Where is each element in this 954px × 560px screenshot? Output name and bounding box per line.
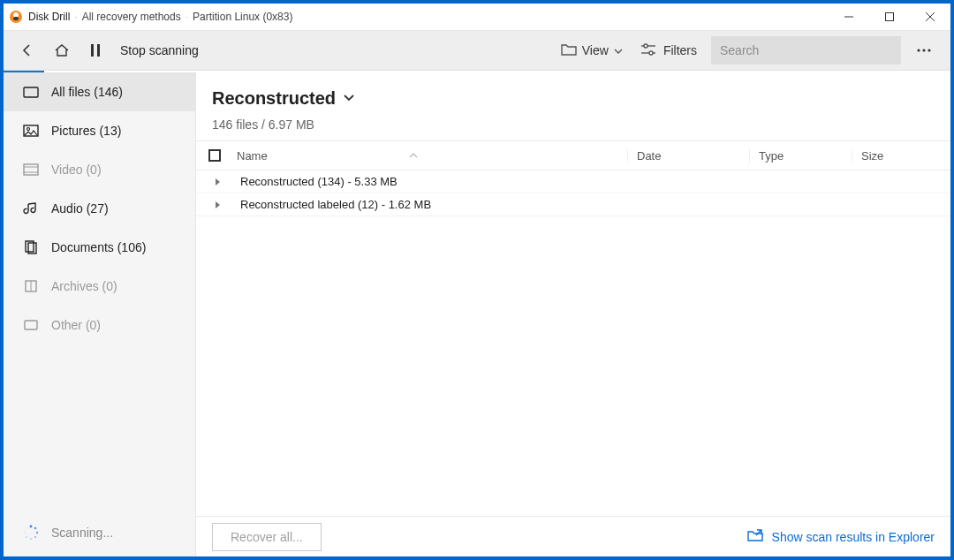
folder-view-icon <box>561 42 577 59</box>
view-dropdown[interactable]: View <box>552 30 632 71</box>
svg-rect-8 <box>97 44 100 57</box>
scan-status: Scanning... <box>4 509 195 556</box>
more-menu-button[interactable] <box>906 30 942 71</box>
svg-point-14 <box>922 49 925 51</box>
home-button[interactable] <box>44 30 80 71</box>
sidebar-item-label: Audio (27) <box>51 201 109 216</box>
column-date[interactable]: Date <box>627 149 749 163</box>
row-label: Reconstructed labeled (12) - 1.62 MB <box>226 198 431 211</box>
main-content: Reconstructed 146 files / 6.97 MB Name <box>196 72 950 556</box>
other-icon <box>23 318 39 332</box>
column-name[interactable]: Name <box>233 149 627 163</box>
toolbar: Stop scanning View Filters <box>4 30 950 71</box>
archives-icon <box>23 279 39 293</box>
video-icon <box>23 163 39 177</box>
svg-rect-26 <box>25 321 37 329</box>
back-button[interactable] <box>9 30 44 71</box>
show-in-explorer-label: Show scan results in Explorer <box>772 530 935 544</box>
title-crumb-methods: All recovery methods <box>82 11 181 23</box>
svg-point-34 <box>26 527 26 528</box>
svg-point-31 <box>30 538 32 540</box>
svg-point-28 <box>34 527 37 530</box>
window-minimize-button[interactable] <box>829 4 869 30</box>
sidebar-item-all-files[interactable]: All files (146) <box>4 72 195 111</box>
disclosure-triangle-icon[interactable] <box>208 178 226 186</box>
view-label: View <box>582 43 609 57</box>
svg-point-30 <box>34 536 36 538</box>
stop-scanning-button[interactable]: Stop scanning <box>111 30 208 71</box>
sidebar: All files (146)Pictures (13)Video (0)Aud… <box>4 72 196 556</box>
page-subtitle: 146 files / 6.97 MB <box>212 117 935 132</box>
column-size[interactable]: Size <box>852 149 950 163</box>
table-row[interactable]: Reconstructed labeled (12) - 1.62 MB <box>196 193 950 216</box>
window-maximize-button[interactable] <box>869 4 910 30</box>
sidebar-item-label: Other (0) <box>51 318 101 332</box>
svg-rect-4 <box>886 13 894 21</box>
svg-point-13 <box>917 49 920 51</box>
title-app-name: Disk Drill <box>28 11 70 23</box>
open-external-icon <box>747 528 763 545</box>
svg-point-10 <box>644 44 647 48</box>
sidebar-item-archives[interactable]: Archives (0) <box>4 267 195 306</box>
svg-rect-16 <box>24 87 38 97</box>
app-icon <box>9 10 23 24</box>
chevron-down-icon <box>614 43 623 57</box>
svg-point-15 <box>928 49 930 51</box>
documents-icon <box>23 240 39 254</box>
svg-point-29 <box>36 532 38 534</box>
recover-all-button[interactable]: Recover all... <box>212 523 322 551</box>
audio-icon <box>23 201 39 216</box>
title-sep1: · <box>70 11 81 23</box>
svg-rect-19 <box>24 164 38 175</box>
svg-rect-7 <box>91 44 94 57</box>
select-all-checkbox[interactable] <box>208 149 221 162</box>
sidebar-item-label: All files (146) <box>51 85 123 99</box>
sidebar-item-video[interactable]: Video (0) <box>4 150 195 189</box>
table-row[interactable]: Reconstructed (134) - 5.33 MB <box>196 170 950 193</box>
title-sep2: · <box>181 11 193 23</box>
sidebar-item-label: Documents (106) <box>51 240 146 254</box>
svg-point-33 <box>24 532 26 534</box>
title-crumb-partition: Partition Linux (0x83) <box>193 11 292 23</box>
page-title: Reconstructed <box>212 88 336 109</box>
sidebar-item-documents[interactable]: Documents (106) <box>4 228 195 267</box>
pause-button[interactable] <box>80 30 111 71</box>
filters-label: Filters <box>663 43 697 57</box>
svg-point-18 <box>27 128 30 131</box>
sort-caret-up-icon <box>409 151 418 161</box>
titlebar: Disk Drill · All recovery methods · Part… <box>4 4 950 30</box>
pictures-icon <box>23 124 39 138</box>
sliders-icon <box>640 42 656 59</box>
sidebar-item-label: Video (0) <box>51 163 102 177</box>
chevron-down-icon[interactable] <box>343 92 355 105</box>
sidebar-item-other[interactable]: Other (0) <box>4 306 195 344</box>
stop-scanning-label: Stop scanning <box>120 43 199 57</box>
svg-point-27 <box>30 526 33 528</box>
sidebar-item-label: Archives (0) <box>51 279 117 293</box>
filters-button[interactable]: Filters <box>632 30 706 71</box>
sidebar-item-label: Pictures (13) <box>51 124 121 138</box>
disclosure-triangle-icon[interactable] <box>208 201 226 209</box>
folder-icon <box>23 85 39 99</box>
table-header: Name Date Type Size <box>196 140 950 170</box>
row-label: Reconstructed (134) - 5.33 MB <box>226 175 398 188</box>
column-type[interactable]: Type <box>749 149 852 163</box>
window-close-button[interactable] <box>910 4 950 30</box>
svg-point-12 <box>649 51 653 55</box>
svg-point-32 <box>26 536 27 538</box>
svg-rect-2 <box>13 17 19 20</box>
show-in-explorer-link[interactable]: Show scan results in Explorer <box>747 528 935 545</box>
search-input[interactable] <box>711 36 901 64</box>
scan-status-label: Scanning... <box>51 526 113 540</box>
sidebar-item-pictures[interactable]: Pictures (13) <box>4 111 195 150</box>
bottom-bar: Recover all... Show scan results in Expl… <box>196 516 950 556</box>
spinner-icon <box>23 525 39 541</box>
sidebar-item-audio[interactable]: Audio (27) <box>4 189 195 228</box>
